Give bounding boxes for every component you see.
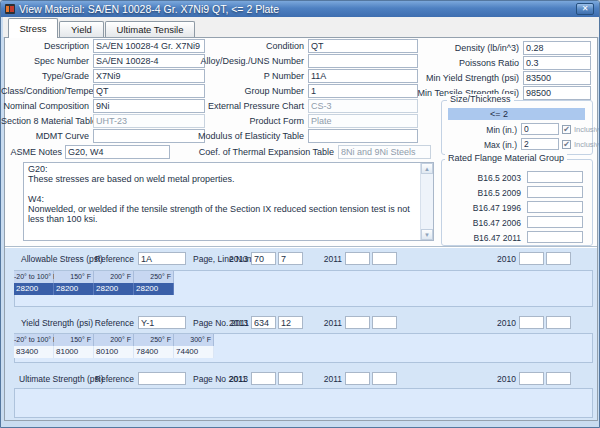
yield-year-2010-label: 2010 [466,317,516,330]
ultimate-2011-page-input[interactable] [345,372,370,385]
yield-2010-page-input[interactable] [519,316,544,329]
yield-2011-line-input[interactable] [372,316,397,329]
size-thickness-group-title: Size/Thickness [447,94,514,104]
yield-2013-page-input[interactable] [251,316,276,329]
allowable-value-cell: 28200 [94,283,134,295]
close-button[interactable]: ✕ [576,3,594,15]
allowable-year-2011-label: 2011 [292,253,342,266]
notes-scrollbar[interactable]: ▲ ▼ [420,163,433,240]
ultimate-2010-line-input[interactable] [546,372,571,385]
modulus-table-label: Modulus of Elasticity Table [161,129,304,143]
yield-2011-page-input[interactable] [345,316,370,329]
density-input[interactable] [523,41,591,55]
allowable-reference-label: Reference [84,253,134,266]
flange-b1647-1996-input[interactable] [527,201,583,213]
external-pressure-chart-label: External Pressure Chart [161,99,304,113]
coef-thermal-expansion-label: Coef. of Thermal Expansion Table [181,145,334,159]
tab-stress[interactable]: Stress [8,18,58,38]
allowable-value-cell: 28200 [54,283,94,295]
yield-value-cell: 78400 [134,346,174,358]
yield-header-cell: 200° F [94,334,134,346]
check-icon: ✔ [563,140,570,149]
yield-header-cell: -20° to 100° F [14,334,54,346]
flange-b1647-2006-label: B16.47 2006 [441,216,521,230]
poissons-ratio-label: Poissons Ratio [391,56,519,70]
ultimate-2013-page-input[interactable] [251,372,276,385]
allowable-stress-header-row: -20° to 100° F 150° F 200° F 250° F [14,271,174,283]
title-bar[interactable]: View Material: SA/EN 10028-4 Gr. X7Ni9 Q… [1,1,600,17]
p-number-label: P Number [161,69,304,83]
product-form-input [308,114,418,128]
max-inclusive-checkbox[interactable]: ✔ [562,140,571,149]
allowable-year-2013-label: 2013 [198,253,248,266]
yield-strength-title: Yield Strength (psi) [21,317,93,330]
scroll-up-icon[interactable]: ▲ [421,163,433,174]
asme-notes-input[interactable] [65,145,170,159]
ultimate-2010-page-input[interactable] [519,372,544,385]
coef-thermal-expansion-input [338,145,431,159]
alloy-uns-label: Alloy/Desig./UNS Number [161,54,304,68]
notes-textarea[interactable]: G20: These stresses are based on weld me… [24,163,420,240]
min-inclusive-checkbox[interactable]: ✔ [562,125,571,134]
min-yield-strength-input[interactable] [523,71,591,85]
allowable-2013-page-input[interactable] [251,252,276,265]
condition-label: Condition [161,39,304,53]
yield-value-cell: 83400 [14,346,54,358]
product-form-label: Product Form [161,114,304,128]
yield-strength-header-row: -20° to 100° F 150° F 200° F 250° F 300°… [14,334,214,346]
min-tensile-strength-input[interactable] [523,86,591,100]
check-icon: ✔ [563,125,570,134]
app-icon-glyph [6,6,9,12]
window-title: View Material: SA/EN 10028-4 Gr. X7Ni9 Q… [19,3,279,15]
ultimate-strength-table-box [14,388,593,418]
app-icon [5,4,15,14]
max-inclusive-label: Inclusive [574,139,600,150]
view-material-window: View Material: SA/EN 10028-4 Gr. X7Ni9 Q… [0,0,600,428]
notes-box: G20: These stresses are based on weld me… [23,162,434,241]
allowable-2010-page-input[interactable] [519,252,544,265]
flange-b1647-2006-input[interactable] [527,216,583,228]
tab-yield[interactable]: Yield [59,21,104,37]
description-label: Description [1,39,89,53]
poissons-ratio-input[interactable] [523,56,591,70]
spec-number-label: Spec Number [1,54,89,68]
allowable-header-cell: -20° to 100° F [14,271,54,283]
tab-ultimate-tensile[interactable]: Ultimate Tensile [105,21,195,37]
flange-b165-2003-label: B16.5 2003 [441,171,521,185]
nominal-composition-label: Nominal Composition [1,99,89,113]
allowable-value-cell: 28200 [134,283,174,295]
ultimate-year-2011-label: 2011 [292,373,342,386]
allowable-2010-line-input[interactable] [546,252,571,265]
allowable-year-2010-label: 2010 [466,253,516,266]
ultimate-reference-input[interactable] [138,372,186,385]
size-min-label: Min (in.) [461,123,517,137]
allowable-2011-page-input[interactable] [345,252,370,265]
yield-2010-line-input[interactable] [546,316,571,329]
allowable-header-cell: 150° F [54,271,94,283]
size-min-input[interactable] [521,123,559,135]
yield-reference-input[interactable] [138,316,186,329]
allowable-reference-input[interactable] [138,252,186,265]
size-thickness-list-item[interactable]: <= 2 [448,108,585,120]
flange-b165-2009-input[interactable] [527,186,583,198]
close-icon: ✕ [582,4,589,13]
modulus-table-input[interactable] [308,129,418,143]
yield-strength-row[interactable]: 83400 81000 80100 78400 74400 [14,346,214,358]
flange-b1647-2011-input[interactable] [527,231,583,243]
size-max-input[interactable] [521,138,559,150]
type-grade-label: Type/Grade [1,69,89,83]
allowable-value-cell: 28200 [14,283,54,295]
min-inclusive-label: Inclusive [574,124,600,135]
ultimate-2011-line-input[interactable] [372,372,397,385]
allowable-header-cell: 250° F [134,271,174,283]
yield-header-cell: 250° F [134,334,174,346]
yield-header-cell: 300° F [174,334,214,346]
flange-b165-2003-input[interactable] [527,171,583,183]
min-yield-strength-label: Min Yield Strength (psi) [391,71,519,85]
allowable-2011-line-input[interactable] [372,252,397,265]
allowable-stress-row[interactable]: 28200 28200 28200 28200 [14,283,174,295]
ultimate-year-2010-label: 2010 [466,373,516,386]
allowable-header-cell: 200° F [94,271,134,283]
yield-header-cell: 150° F [54,334,94,346]
scroll-down-icon[interactable]: ▼ [421,229,433,240]
